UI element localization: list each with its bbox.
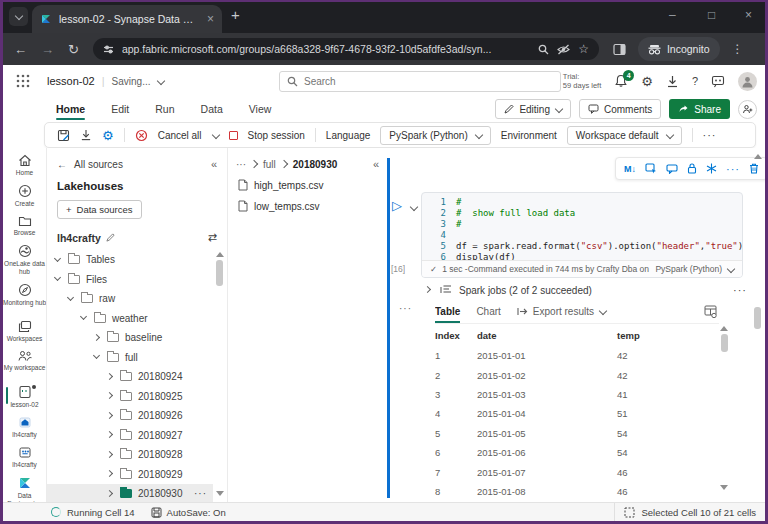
cancel-all-button[interactable]: Cancel all [158, 130, 202, 141]
download-cell-icon[interactable] [80, 129, 92, 141]
scroll-up-icon[interactable] [754, 154, 762, 159]
data-sources-button[interactable]: + Data sources [57, 200, 142, 219]
file-item-high_temps.csv[interactable]: high_temps.csv [228, 170, 387, 191]
pin-icon[interactable] [106, 233, 115, 242]
sidebar-item-home[interactable]: Home [3, 150, 46, 180]
sidebar-item-lh4crafty-endpoint[interactable]: lh4crafty [3, 442, 46, 472]
results-more-icon[interactable]: ··· [399, 303, 412, 314]
sidebar-item-my-workspace[interactable]: My workspace [3, 346, 46, 375]
collapse-panel-icon[interactable]: « [373, 158, 379, 170]
tree-item-weather[interactable]: weather [47, 309, 213, 329]
account-avatar[interactable] [738, 72, 757, 91]
tree-item-files[interactable]: Files [47, 270, 213, 290]
export-results-button[interactable]: Export results [517, 306, 606, 317]
menu-home[interactable]: Home [56, 99, 85, 121]
tab-table[interactable]: Table [435, 300, 460, 323]
settings-gear-icon[interactable]: ⚙ [641, 74, 653, 89]
table-row[interactable]: 22015-01-0242 [435, 365, 719, 384]
code-editor[interactable]: 1#2# show full load data3#4 5df = spark.… [422, 193, 742, 263]
scroll-up-icon[interactable] [216, 252, 224, 257]
notebook-title[interactable]: lesson-02 [47, 75, 95, 87]
chevron-down-icon[interactable] [53, 274, 63, 284]
scrollbar-thumb[interactable] [216, 260, 223, 286]
chevron-down-icon[interactable] [157, 78, 164, 85]
feedback-icon[interactable] [711, 75, 725, 88]
site-settings-icon[interactable] [103, 44, 114, 55]
scroll-down-icon[interactable] [720, 485, 728, 490]
forward-button[interactable]: → [41, 42, 54, 57]
chevron-right-icon[interactable] [105, 469, 115, 479]
chevron-down-icon[interactable] [53, 255, 63, 265]
file-item-low_temps.csv[interactable]: low_temps.csv [228, 191, 387, 212]
environment-select[interactable]: Workspace default [567, 126, 682, 145]
chevron-right-icon[interactable] [423, 285, 433, 295]
sidebar-item-browse[interactable]: Browse [3, 211, 46, 240]
tree-item-20180926[interactable]: 20180926 [47, 406, 213, 426]
toolbar-more-icon[interactable]: ··· [703, 129, 717, 141]
table-settings-icon[interactable] [704, 305, 717, 318]
window-minimize-button[interactable]: – [669, 8, 676, 22]
table-row[interactable]: 12015-01-0142 [435, 346, 719, 365]
cell-kernel[interactable]: PySpark (Python) [655, 264, 722, 274]
saving-status[interactable]: Saving... [112, 76, 151, 87]
tree-item-tables[interactable]: Tables [47, 250, 213, 270]
comments-button[interactable]: Comments [579, 99, 661, 119]
new-tab-button[interactable]: + [231, 6, 240, 23]
run-options-chevron-icon[interactable] [410, 204, 417, 211]
global-search[interactable] [279, 71, 561, 92]
tree-item-full[interactable]: full [47, 348, 213, 368]
table-row[interactable]: 62015-01-0654 [435, 443, 719, 462]
cell-more-icon[interactable]: ··· [726, 163, 740, 175]
cell-comment-icon[interactable] [666, 164, 678, 174]
menu-view[interactable]: View [249, 99, 272, 121]
more-icon[interactable]: ··· [194, 488, 207, 499]
sidebar-item-onelake-data-hub[interactable]: OneLake data hub [3, 240, 46, 279]
chevron-down-icon[interactable] [212, 132, 219, 139]
table-scrollbar[interactable] [719, 326, 729, 490]
tree-item-raw[interactable]: raw [47, 289, 213, 309]
incognito-badge[interactable]: Incognito [638, 37, 720, 61]
breadcrumb-parent[interactable]: full [263, 159, 276, 170]
tree-scrollbar[interactable] [215, 252, 224, 496]
reload-button[interactable]: ↻ [68, 42, 79, 57]
freeze-cell-icon[interactable] [706, 163, 717, 174]
autosave-status[interactable]: AutoSave: On [151, 507, 226, 518]
convert-to-markdown-icon[interactable]: M↓ [624, 164, 636, 174]
menu-edit[interactable]: Edit [111, 99, 129, 121]
waffle-menu-icon[interactable] [16, 74, 30, 88]
chevron-down-icon[interactable] [79, 313, 89, 323]
tab-chart[interactable]: Chart [476, 300, 500, 323]
scroll-down-icon[interactable] [216, 491, 224, 496]
stop-session-button[interactable]: Stop session [248, 130, 305, 141]
tree-item-20180927[interactable]: 20180927 [47, 426, 213, 446]
chevron-right-icon[interactable] [92, 333, 102, 343]
language-select[interactable]: PySpark (Python) [380, 126, 490, 145]
sidebar-item-workspaces[interactable]: Workspaces [3, 316, 46, 346]
spark-jobs-row[interactable]: Spark jobs (2 of 2 succeeded) ··· [423, 284, 747, 296]
spark-jobs-more-icon[interactable]: ··· [733, 284, 747, 296]
notebook-scrollbar[interactable] [753, 154, 763, 498]
chevron-right-icon[interactable] [105, 489, 115, 499]
session-settings-icon[interactable]: ⚙ [102, 128, 114, 143]
tree-item-20180929[interactable]: 20180929 [47, 465, 213, 485]
table-row[interactable]: 82015-01-0846 [435, 482, 719, 501]
code-cell[interactable]: 1#2# show full load data3#4 5df = spark.… [421, 192, 743, 278]
back-arrow-icon[interactable]: ← [57, 159, 67, 170]
browser-menu-icon[interactable]: ⋮ [732, 42, 744, 56]
address-bar[interactable]: app.fabric.microsoft.com/groups/a668a328… [93, 38, 599, 60]
help-button[interactable]: ? [692, 75, 698, 87]
all-sources-link[interactable]: All sources [74, 159, 123, 170]
scrollbar-thumb[interactable] [754, 307, 761, 329]
col-index[interactable]: Index [435, 330, 477, 341]
menu-run[interactable]: Run [155, 99, 174, 121]
sidebar-item-create[interactable]: Create [3, 180, 46, 211]
browser-tab[interactable]: lesson-02 - Synapse Data Engin × [32, 5, 222, 33]
chevron-right-icon[interactable] [105, 391, 115, 401]
editing-mode-button[interactable]: Editing [495, 99, 571, 119]
table-row[interactable]: 72015-01-0746 [435, 462, 719, 481]
sidebar-item-data-engineering[interactable]: Data Engineering [3, 472, 46, 502]
table-row[interactable]: 52015-01-0554 [435, 424, 719, 443]
table-row[interactable]: 32015-01-0341 [435, 385, 719, 404]
breadcrumb-more-icon[interactable]: ··· [236, 159, 246, 170]
lakehouse-name[interactable]: lh4crafty [57, 232, 101, 244]
